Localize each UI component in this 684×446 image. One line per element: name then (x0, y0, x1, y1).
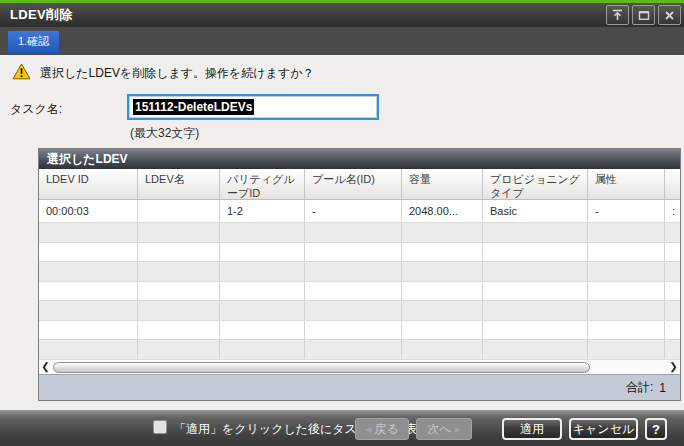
empty-cell (402, 301, 483, 320)
empty-cell (402, 243, 483, 262)
task-name-label: タスク名: (10, 101, 62, 118)
table-title: 選択したLDEV (39, 149, 680, 169)
table-footer: 合計: 1 (39, 374, 680, 400)
action-bar: 「適用」をクリックした後にタスク画面を表示 ◀ 戻る 次へ ▶ 適用 キャンセル… (0, 410, 684, 446)
empty-cell (305, 301, 402, 320)
dialog-content: 選択したLDEVを削除します。操作を続けますか？ タスク名: 151112-De… (0, 55, 684, 410)
show-task-screen-checkbox[interactable] (153, 420, 167, 434)
empty-cell (588, 321, 665, 340)
empty-cell (39, 243, 138, 262)
empty-cell (220, 223, 305, 242)
next-button[interactable]: 次へ ▶ (416, 418, 472, 440)
table-cell: 2048.00... (402, 200, 483, 222)
empty-row (39, 321, 680, 341)
empty-cell (305, 340, 402, 359)
empty-cell (220, 243, 305, 262)
empty-cell (138, 301, 220, 320)
empty-cell (138, 321, 220, 340)
empty-cell (220, 282, 305, 301)
empty-cell (665, 340, 680, 359)
tab-confirm[interactable]: 1.確認 (8, 31, 59, 53)
ldev-delete-dialog: LDEV削除 (0, 0, 684, 446)
window-title: LDEV削除 (10, 6, 72, 24)
empty-cell (483, 243, 588, 262)
empty-cell (402, 282, 483, 301)
empty-cell (588, 282, 665, 301)
warning-message-row: 選択したLDEVを削除します。操作を続けますか？ (12, 63, 314, 84)
empty-cell (39, 223, 138, 242)
empty-cell (588, 262, 665, 281)
empty-cell (39, 282, 138, 301)
empty-cell (402, 321, 483, 340)
total-label: 合計: (626, 379, 653, 396)
task-name-max-length-hint: (最大32文字) (130, 125, 199, 142)
step-tab-strip: 1.確認 (0, 27, 684, 55)
table-cell: Basic (483, 200, 588, 222)
empty-cell (138, 243, 220, 262)
pin-button[interactable] (606, 5, 629, 25)
empty-cell (220, 321, 305, 340)
maximize-button[interactable] (632, 5, 655, 25)
scroll-right-icon[interactable]: ❯ (667, 360, 680, 374)
empty-cell (138, 262, 220, 281)
scrollbar-track[interactable] (52, 361, 667, 374)
title-bar: LDEV削除 (0, 3, 684, 27)
empty-cell (665, 262, 680, 281)
empty-row (39, 243, 680, 263)
empty-cell (483, 282, 588, 301)
table-cell: - (305, 200, 402, 222)
empty-cell (483, 340, 588, 359)
empty-cell (665, 243, 680, 262)
empty-cell (483, 301, 588, 320)
back-arrow-icon: ◀ (365, 425, 371, 434)
column-header[interactable]: LDEV ID (39, 169, 138, 199)
empty-cell (483, 262, 588, 281)
maximize-icon (638, 10, 650, 21)
next-arrow-icon: ▶ (455, 425, 461, 434)
table-cell: : (665, 200, 680, 222)
scrollbar-thumb[interactable] (53, 362, 590, 373)
warning-text: 選択したLDEVを削除します。操作を続けますか？ (40, 65, 314, 82)
table-cell: 1-2 (220, 200, 305, 222)
column-header[interactable] (665, 169, 680, 199)
empty-row (39, 340, 680, 360)
empty-cell (39, 262, 138, 281)
table-cell (138, 200, 220, 222)
column-header[interactable]: 属性 (588, 169, 665, 199)
column-header[interactable]: プロビジョニングタイプ (483, 169, 588, 199)
empty-cell (588, 223, 665, 242)
scroll-left-icon[interactable]: ❮ (39, 360, 52, 374)
empty-cell (138, 282, 220, 301)
empty-cell (305, 321, 402, 340)
empty-cell (220, 340, 305, 359)
table-row[interactable]: 00:00:031-2-2048.00...Basic-: (39, 200, 680, 223)
close-icon (664, 10, 675, 21)
cancel-button[interactable]: キャンセル (569, 418, 638, 440)
column-header[interactable]: プール名(ID) (305, 169, 402, 199)
empty-cell (402, 340, 483, 359)
back-button[interactable]: ◀ 戻る (355, 418, 409, 440)
empty-cell (588, 301, 665, 320)
empty-cell (665, 223, 680, 242)
empty-cell (305, 262, 402, 281)
warning-icon (12, 63, 31, 84)
empty-cell (305, 282, 402, 301)
apply-button[interactable]: 適用 (502, 418, 562, 440)
empty-cell (483, 223, 588, 242)
task-name-input[interactable]: 151112-DeleteLDEVs (127, 94, 379, 120)
empty-row (39, 282, 680, 302)
column-header[interactable]: LDEV名 (138, 169, 220, 199)
empty-cell (220, 301, 305, 320)
empty-cell (402, 262, 483, 281)
back-button-label: 戻る (374, 421, 398, 438)
window-controls (606, 5, 681, 25)
help-button[interactable]: ? (645, 418, 667, 440)
close-button[interactable] (658, 5, 681, 25)
empty-row (39, 223, 680, 243)
empty-cell (483, 321, 588, 340)
empty-cell (138, 223, 220, 242)
empty-row (39, 262, 680, 282)
column-header[interactable]: パリティグループID (220, 169, 305, 199)
column-header[interactable]: 容量 (402, 169, 483, 199)
table-header-row: LDEV IDLDEV名パリティグループIDプール名(ID)容量プロビジョニング… (39, 169, 680, 200)
